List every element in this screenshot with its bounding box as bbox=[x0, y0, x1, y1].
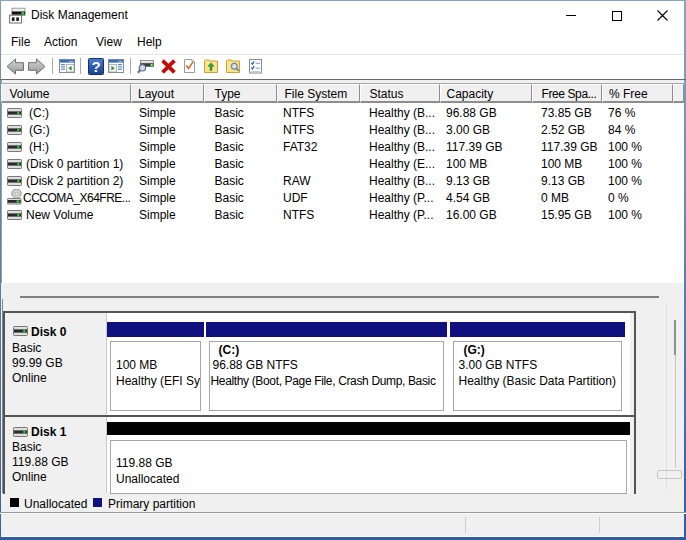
svg-text:?: ? bbox=[91, 58, 100, 75]
